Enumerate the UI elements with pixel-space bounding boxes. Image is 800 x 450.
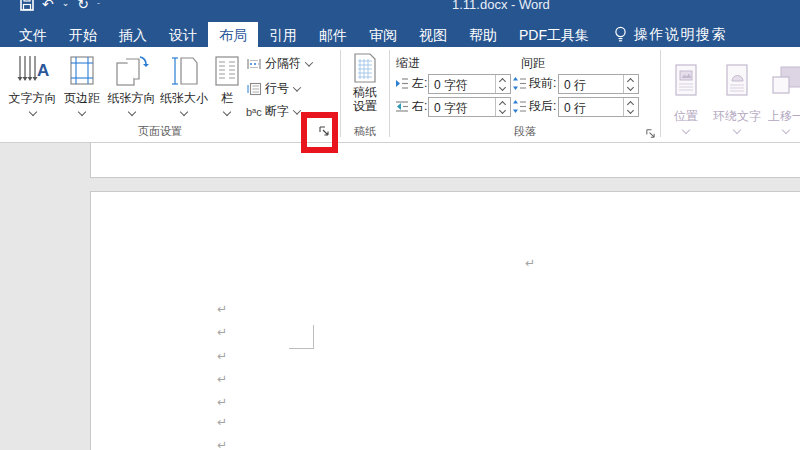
word-window: ↶ ⌄ ↻ ⸚ 1.11.docx - Word 文件 开始 插入 设计 布局 …	[0, 0, 800, 450]
spacing-before-field[interactable]: 0 行	[558, 74, 639, 94]
paragraph-dialog-launcher[interactable]	[643, 126, 657, 140]
save-button[interactable]	[20, 0, 34, 11]
tab-layout[interactable]: 布局	[208, 22, 258, 47]
spin-up-icon[interactable]	[496, 75, 510, 84]
paragraph-mark: ↵	[525, 256, 535, 270]
quick-access-toolbar: ↶ ⌄ ↻ ⸚	[20, 0, 100, 13]
tab-home[interactable]: 开始	[58, 22, 108, 47]
orientation-button[interactable]: 纸张方向	[104, 51, 159, 115]
ribbon-tab-bar: 文件 开始 插入 设计 布局 引用 邮件 审阅 视图 帮助 PDF工具集 操作说…	[0, 22, 800, 47]
qat-customize-button[interactable]: ⸚	[97, 0, 100, 11]
spin-up-icon[interactable]	[624, 75, 638, 84]
paper-size-icon	[159, 51, 209, 91]
tab-pdf-tools[interactable]: PDF工具集	[508, 22, 600, 47]
button-label: 环绕文字	[709, 109, 765, 123]
undo-button[interactable]: ↶	[42, 0, 54, 13]
spin-down-icon[interactable]	[624, 84, 638, 93]
document-page[interactable]: ↵ ↵ ↵ ↵ ↵ ↵ ↵ ↵	[90, 191, 800, 450]
wrap-text-icon	[709, 53, 765, 109]
tell-me-label: 操作说明搜索	[634, 26, 727, 44]
spacing-before-label: 段前:	[529, 75, 556, 92]
document-area: ↵ ↵ ↵ ↵ ↵ ↵ ↵ ↵	[0, 143, 800, 450]
tab-insert[interactable]: 插入	[108, 22, 158, 47]
tab-mailings[interactable]: 邮件	[308, 22, 358, 47]
paragraph-mark: ↵	[217, 325, 227, 339]
chevron-down-icon	[682, 126, 690, 134]
indent-right-value: 0 字符	[429, 98, 495, 116]
hyphenation-label: 断字	[265, 103, 289, 120]
document-page-bottom[interactable]	[90, 143, 800, 178]
spacing-after-field[interactable]: 0 行	[558, 97, 639, 117]
line-numbers-icon	[246, 82, 262, 96]
line-numbers-button[interactable]: 行号	[246, 80, 300, 97]
indent-left-spinner[interactable]	[495, 75, 510, 93]
indent-left-value: 0 字符	[429, 75, 495, 93]
line-numbers-label: 行号	[265, 80, 289, 97]
tab-review[interactable]: 审阅	[358, 22, 408, 47]
indent-right-row: 右:	[395, 98, 427, 115]
spin-down-icon[interactable]	[496, 84, 510, 93]
button-label: 纸张方向	[104, 91, 159, 105]
button-label: 文字方向	[4, 91, 61, 105]
window-title: 1.11.docx - Word	[452, 0, 550, 12]
spacing-after-spinner[interactable]	[623, 98, 638, 116]
text-direction-button[interactable]: A 文字方向	[4, 51, 61, 115]
redo-button[interactable]: ↻	[77, 0, 89, 13]
dialog-launcher-icon	[318, 125, 330, 137]
margin-crop-mark-vertical	[313, 325, 314, 349]
chevron-down-icon	[305, 58, 313, 66]
paper-size-button[interactable]: 纸张大小	[159, 51, 209, 115]
spin-up-icon[interactable]	[624, 98, 638, 107]
indent-right-icon	[395, 100, 409, 113]
grid-paper-setup-icon	[343, 51, 387, 85]
columns-button[interactable]: 栏	[210, 51, 244, 115]
tab-help[interactable]: 帮助	[458, 22, 508, 47]
button-label-line2: 设置	[343, 99, 387, 113]
chevron-down-icon	[28, 108, 36, 116]
tab-view[interactable]: 视图	[408, 22, 458, 47]
button-label-line1: 稿纸	[343, 85, 387, 99]
hyphenation-icon: bᵃc	[246, 105, 262, 119]
tab-references[interactable]: 引用	[258, 22, 308, 47]
lightbulb-icon	[614, 25, 627, 44]
chevron-down-icon	[733, 126, 741, 134]
chevron-down-icon	[293, 83, 301, 91]
chevron-down-icon	[180, 108, 188, 116]
orientation-icon	[104, 51, 159, 91]
indent-header: 缩进	[396, 55, 420, 72]
button-label: 栏	[210, 91, 244, 105]
margins-button[interactable]: 页边距	[61, 51, 103, 115]
spacing-before-spinner[interactable]	[623, 75, 638, 93]
hyphenation-glyph: bᵃc	[246, 105, 262, 119]
undo-dropdown[interactable]: ⌄	[62, 0, 70, 11]
paragraph-mark: ↵	[217, 302, 227, 316]
text-direction-icon: A	[4, 51, 61, 91]
tell-me-search[interactable]: 操作说明搜索	[614, 22, 727, 47]
indent-right-spinner[interactable]	[495, 98, 510, 116]
tab-design[interactable]: 设计	[158, 22, 208, 47]
chevron-down-icon	[127, 108, 135, 116]
paragraph-mark: ↵	[217, 372, 227, 386]
paragraph-mark: ↵	[217, 395, 227, 409]
grid-paper-setup-button[interactable]: 稿纸 设置	[343, 51, 387, 113]
page-setup-dialog-launcher[interactable]	[317, 124, 331, 138]
tab-file[interactable]: 文件	[8, 22, 58, 47]
hyphenation-button[interactable]: bᵃc 断字	[246, 103, 300, 120]
bring-forward-button: 上移一	[764, 53, 800, 133]
undo-icon: ↶	[42, 0, 54, 12]
paragraph-mark: ↵	[217, 438, 227, 450]
chevron-down-icon	[292, 106, 300, 114]
breaks-button[interactable]: 分隔符	[246, 55, 312, 72]
spacing-before-value: 0 行	[559, 75, 623, 93]
spacing-before-row: 段前:	[512, 75, 556, 92]
bring-forward-icon	[764, 53, 800, 109]
indent-left-field[interactable]: 0 字符	[428, 74, 511, 94]
spin-down-icon[interactable]	[624, 107, 638, 116]
indent-left-icon	[395, 77, 409, 90]
button-label: 上移一	[764, 109, 800, 123]
spacing-after-label: 段后:	[529, 98, 556, 115]
letter-a-glyph: A	[37, 61, 49, 80]
spin-down-icon[interactable]	[496, 107, 510, 116]
indent-right-field[interactable]: 0 字符	[428, 97, 511, 117]
spin-up-icon[interactable]	[496, 98, 510, 107]
